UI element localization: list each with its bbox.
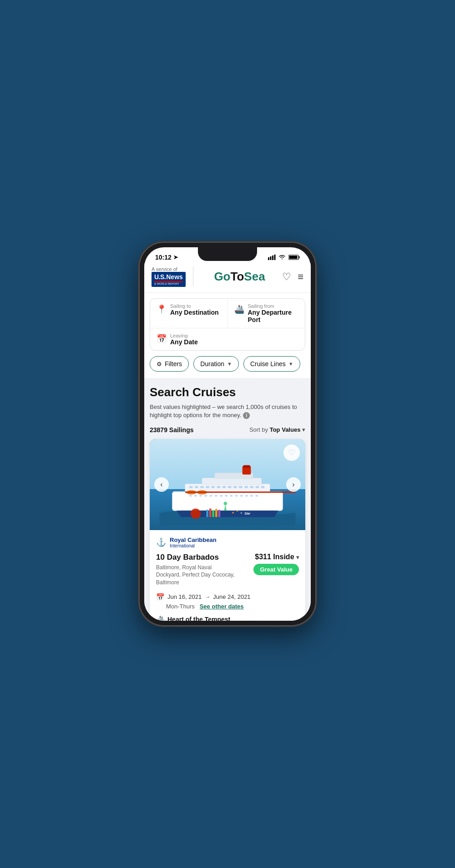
sailing-from-value: Any Departure Port xyxy=(248,309,299,323)
svg-rect-7 xyxy=(172,491,283,511)
leaving-value: Any Date xyxy=(170,338,198,346)
favorite-icon[interactable]: ♡ xyxy=(282,271,291,283)
cruise-name: 10 Day Barbados xyxy=(156,553,219,562)
usnews-us: U.S. xyxy=(154,273,166,281)
cruise-card[interactable]: ★ ★ ★ Star xyxy=(150,439,305,621)
sailing-to-value: Any Destination xyxy=(170,309,219,316)
sort-value: Top Values xyxy=(270,426,301,433)
cruise-price: $311 Inside ▾ xyxy=(255,553,299,561)
sort-label: Sort by xyxy=(249,426,268,433)
cruise-line-logo: ⚓ Royal Caribbean International xyxy=(156,536,299,548)
svg-rect-20 xyxy=(185,484,270,492)
svg-rect-10 xyxy=(206,510,208,517)
card-favorite-button[interactable]: ♡ xyxy=(283,444,300,461)
cruise-route: Baltimore, Royal Naval Dockyard, Perfect… xyxy=(156,564,235,587)
filters-label: Filters xyxy=(165,360,182,368)
svg-rect-40 xyxy=(215,495,217,496)
svg-text:★: ★ xyxy=(232,510,234,514)
card-body: ⚓ Royal Caribbean International 10 Day B… xyxy=(150,530,305,621)
search-row-top: 📍 Sailing to Any Destination 🚢 Sailing f… xyxy=(150,299,305,328)
duration-label: Duration xyxy=(200,360,224,368)
wifi-icon xyxy=(278,255,286,260)
cruise-lines-pill[interactable]: Cruise Lines ▼ xyxy=(243,356,300,372)
usnews-branding: A service of U.S. News & WORLD REPORT xyxy=(152,266,193,287)
battery-icon xyxy=(288,255,300,260)
sort-by[interactable]: Sort by Top Values ▾ xyxy=(249,426,305,433)
usnews-logo-wrapper: U.S. News & WORLD REPORT xyxy=(152,272,186,287)
dates-calendar-icon: 📅 xyxy=(156,593,165,601)
date-start: Jun 16, 2021 xyxy=(167,593,202,600)
svg-rect-43 xyxy=(230,495,233,496)
svg-rect-14 xyxy=(218,510,220,517)
svg-rect-41 xyxy=(220,495,222,496)
boat-icon: 🚢 xyxy=(234,304,244,314)
card-prev-button[interactable]: ‹ xyxy=(154,477,169,492)
price-arrow: ▾ xyxy=(296,554,299,561)
svg-rect-30 xyxy=(239,486,242,488)
great-value-badge: Great Value xyxy=(253,564,299,575)
svg-rect-24 xyxy=(206,486,209,488)
svg-rect-47 xyxy=(250,495,253,496)
app-content[interactable]: A service of U.S. News & WORLD REPORT xyxy=(144,263,311,621)
app-header: A service of U.S. News & WORLD REPORT xyxy=(144,263,311,293)
filters-icon: ⚙ xyxy=(157,361,162,368)
svg-rect-46 xyxy=(245,495,248,496)
sailing-to-label: Sailing to xyxy=(170,303,219,309)
cruise-days: Mon-Thurs See other dates xyxy=(166,603,299,610)
ship-name-icon: 🚢 xyxy=(156,615,165,621)
card-image: ★ ★ ★ Star xyxy=(150,439,305,530)
cruise-lines-label: Cruise Lines xyxy=(250,360,286,368)
svg-rect-0 xyxy=(268,257,269,260)
svg-rect-13 xyxy=(215,509,217,517)
header-actions: ♡ ≡ xyxy=(282,271,303,283)
filters-pill[interactable]: ⚙ Filters xyxy=(150,356,189,372)
info-icon[interactable]: i xyxy=(243,412,250,419)
svg-rect-38 xyxy=(205,495,207,496)
date-end: June 24, 2021 xyxy=(213,593,250,600)
search-row-bottom: 📅 Leaving Any Date xyxy=(150,328,305,350)
world-report: & WORLD REPORT xyxy=(154,282,179,286)
svg-rect-52 xyxy=(243,465,250,468)
anchor-icon: ⚓ xyxy=(156,537,166,547)
ship-name: Heart of the Tempest xyxy=(167,616,230,621)
svg-rect-26 xyxy=(217,486,220,488)
results-area: Search Cruises Best values highlighted –… xyxy=(144,378,311,621)
svg-rect-22 xyxy=(195,486,198,488)
svg-point-15 xyxy=(224,501,227,505)
svg-point-9 xyxy=(191,508,201,518)
cruise-lines-arrow: ▼ xyxy=(288,361,293,367)
duration-pill[interactable]: Duration ▼ xyxy=(193,356,239,372)
svg-rect-25 xyxy=(212,486,215,488)
signal-icon xyxy=(268,255,276,260)
sailing-to-text: Sailing to Any Destination xyxy=(170,303,219,316)
leaving-text: Leaving Any Date xyxy=(170,333,198,346)
see-other-dates-link[interactable]: See other dates xyxy=(200,603,244,610)
calendar-icon: 📅 xyxy=(157,334,167,344)
sailing-from-text: Sailing from Any Departure Port xyxy=(248,303,299,323)
svg-rect-27 xyxy=(222,486,226,488)
leaving-label: Leaving xyxy=(170,333,198,338)
svg-rect-5 xyxy=(299,256,300,259)
svg-rect-36 xyxy=(194,495,197,496)
sea-text: Sea xyxy=(244,270,265,283)
sailing-to-cell[interactable]: 📍 Sailing to Any Destination xyxy=(150,299,228,328)
location-pin-icon: 📍 xyxy=(157,304,167,314)
svg-rect-12 xyxy=(212,510,214,517)
card-next-button[interactable]: › xyxy=(286,477,301,492)
svg-rect-34 xyxy=(261,486,264,488)
leaving-cell[interactable]: 📅 Leaving Any Date xyxy=(150,328,305,350)
svg-rect-55 xyxy=(185,491,296,493)
date-arrow: → xyxy=(204,593,210,600)
status-time: 10:12 ➤ xyxy=(155,254,178,261)
menu-icon[interactable]: ≡ xyxy=(298,272,303,282)
svg-rect-48 xyxy=(256,495,258,496)
svg-rect-11 xyxy=(209,508,212,517)
sailing-from-cell[interactable]: 🚢 Sailing from Any Departure Port xyxy=(228,299,305,328)
app-title: GoToSea xyxy=(193,270,278,284)
svg-text:★: ★ xyxy=(236,510,238,512)
svg-rect-39 xyxy=(210,495,212,496)
service-of-text: A service of xyxy=(152,266,177,272)
cruise-header: 10 Day Barbados $311 Inside ▾ xyxy=(156,553,299,562)
svg-rect-1 xyxy=(270,256,272,260)
ship-illustration: ★ ★ ★ Star xyxy=(150,462,305,526)
